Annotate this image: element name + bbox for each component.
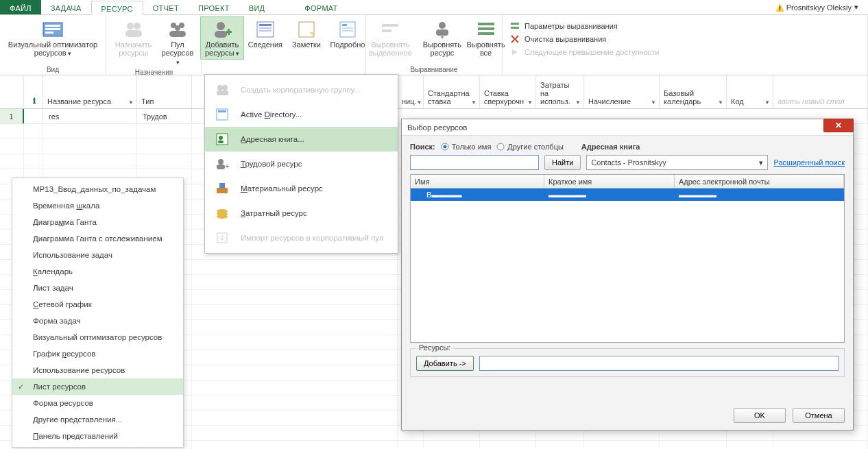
people-icon bbox=[123, 19, 145, 40]
svg-rect-24 bbox=[382, 24, 398, 27]
extended-search-link[interactable]: Расширенный поиск bbox=[773, 158, 845, 167]
view-item[interactable]: Сетевой график bbox=[12, 296, 183, 313]
level-all-icon bbox=[475, 19, 497, 40]
tab-report[interactable]: ОТЧЕТ bbox=[143, 0, 189, 14]
boxes-icon bbox=[213, 180, 231, 197]
menu-material-resource[interactable]: Материальный ресурс bbox=[205, 176, 398, 201]
col-costuse[interactable]: Затраты на использ.▼ bbox=[536, 75, 584, 108]
view-item-selected[interactable]: ✓Лист ресурсов bbox=[12, 378, 183, 395]
view-item[interactable]: Использование задач bbox=[12, 247, 183, 263]
svg-point-41 bbox=[218, 159, 224, 165]
svg-rect-6 bbox=[125, 30, 142, 37]
visual-optimizer-button[interactable]: Визуальный оптимизатор ресурсов bbox=[4, 16, 101, 60]
selected-resources-input[interactable] bbox=[479, 356, 839, 371]
view-item[interactable]: Лист задач bbox=[12, 280, 183, 296]
level-selection-button: Выровнять выделенное bbox=[362, 16, 418, 59]
tab-resource[interactable]: РЕСУРС bbox=[91, 1, 143, 15]
view-item[interactable]: График ресурсов bbox=[12, 345, 183, 362]
view-item[interactable]: Диаграмма Ганта с отслеживанием bbox=[12, 230, 183, 247]
th-name[interactable]: Имя bbox=[411, 175, 544, 188]
dialog-title: Выбор ресурсов bbox=[402, 119, 853, 136]
clear-icon bbox=[509, 34, 520, 45]
details-button[interactable]: Сведения bbox=[245, 16, 285, 51]
row-number[interactable]: 1 bbox=[0, 109, 24, 123]
svg-rect-45 bbox=[222, 188, 228, 193]
col-addnew[interactable]: авить новый стол bbox=[773, 75, 868, 108]
view-item[interactable]: Календарь bbox=[12, 263, 183, 280]
svg-rect-2 bbox=[45, 28, 60, 30]
col-stdrate[interactable]: Стандартна ставка▼ bbox=[424, 75, 480, 108]
menu-address-book[interactable]: Адресная книга... bbox=[205, 127, 398, 151]
view-item[interactable]: Визуальный оптимизатор ресурсов bbox=[12, 329, 183, 345]
results-body[interactable]: 👤 В▬▬▬▬ ▬▬▬▬▬ ▬▬▬▬▬ bbox=[411, 189, 844, 342]
col-accrual[interactable]: Начисление▼ bbox=[584, 75, 660, 108]
menu-active-directory[interactable]: Active Directory... bbox=[205, 102, 398, 127]
tab-task[interactable]: ЗАДАЧА bbox=[41, 0, 91, 14]
cell-name[interactable]: res bbox=[43, 109, 137, 123]
ribbon: Визуальный оптимизатор ресурсов Вид Назн… bbox=[0, 15, 868, 75]
tab-file[interactable]: ФАЙЛ bbox=[0, 0, 41, 14]
view-item[interactable]: Использование ресурсов bbox=[12, 362, 183, 378]
book-icon bbox=[213, 106, 231, 123]
svg-point-5 bbox=[134, 23, 141, 29]
col-type[interactable]: Тип bbox=[137, 75, 192, 108]
result-row[interactable]: 👤 В▬▬▬▬ ▬▬▬▬▬ ▬▬▬▬▬ bbox=[411, 189, 844, 201]
notes-button[interactable]: Заметки bbox=[287, 16, 326, 51]
level-selection-icon bbox=[379, 19, 401, 40]
svg-rect-17 bbox=[259, 27, 272, 29]
col-units[interactable]: ниц.▼ bbox=[398, 75, 424, 108]
view-item[interactable]: Форма ресурсов bbox=[12, 395, 183, 411]
menu-work-resource[interactable]: +Трудовой ресурс bbox=[205, 151, 398, 176]
tab-format[interactable]: ФОРМАТ bbox=[295, 0, 347, 14]
view-item[interactable]: Временная шкала bbox=[12, 197, 183, 214]
svg-rect-18 bbox=[259, 30, 272, 32]
view-item[interactable]: Форма задач bbox=[12, 313, 183, 329]
find-button[interactable]: Найти bbox=[544, 155, 581, 170]
resource-pool-button[interactable]: Пул ресурсов bbox=[158, 16, 197, 69]
leveling-options-button[interactable]: Параметры выравнивания bbox=[509, 21, 659, 32]
ok-button[interactable]: OK bbox=[734, 408, 786, 423]
th-email[interactable]: Адрес электронной почты bbox=[675, 175, 844, 188]
view-item[interactable]: Другие представления... bbox=[12, 411, 183, 428]
next-icon bbox=[509, 47, 520, 58]
user-label[interactable]: Prosnitskyy Oleksiy ▾ bbox=[775, 0, 868, 14]
tab-view[interactable]: ВИД bbox=[239, 0, 275, 14]
search-input[interactable] bbox=[410, 155, 539, 170]
cell-type[interactable]: Трудов bbox=[137, 109, 192, 123]
radio-only-name[interactable]: Только имя bbox=[441, 143, 492, 151]
svg-point-52 bbox=[443, 145, 446, 149]
svg-rect-3 bbox=[45, 32, 53, 34]
clear-leveling-button[interactable]: Очистка выравнивания bbox=[509, 34, 659, 45]
more-details-button[interactable]: Подробно bbox=[328, 16, 367, 51]
view-item[interactable]: Диаграмма Ганта bbox=[12, 214, 183, 230]
svg-rect-28 bbox=[478, 23, 494, 25]
col-basecal[interactable]: Базовый календарь▼ bbox=[660, 75, 727, 108]
level-resource-button[interactable]: Выровнять ресурс bbox=[420, 16, 464, 59]
th-short[interactable]: Краткое имя bbox=[544, 175, 675, 188]
team-planner-icon bbox=[42, 19, 64, 40]
view-item[interactable]: MP13_Ввод_данных_по_задачам bbox=[12, 181, 183, 197]
svg-rect-37 bbox=[218, 110, 226, 112]
col-name[interactable]: Название ресурса▼ bbox=[43, 75, 137, 108]
close-button[interactable]: ✕ bbox=[823, 119, 854, 132]
add-resources-button[interactable]: Добавить ресурсы bbox=[200, 16, 244, 60]
group-level-label: Выравнивание bbox=[411, 66, 458, 75]
svg-point-49 bbox=[217, 215, 228, 219]
radio-other-cols[interactable]: Другие столбцы bbox=[496, 143, 564, 151]
level-all-button[interactable]: Выровнять все bbox=[466, 16, 506, 59]
add-selected-button[interactable]: Добавить -> bbox=[416, 356, 474, 371]
col-info[interactable]: ℹ bbox=[24, 75, 43, 108]
cancel-button[interactable]: Отмена bbox=[793, 408, 845, 423]
person-plus-small-icon: + bbox=[213, 155, 231, 173]
view-item[interactable]: Панель представлений bbox=[12, 428, 183, 444]
tab-project[interactable]: ПРОЕКТ bbox=[189, 0, 239, 14]
warning-icon bbox=[775, 3, 784, 12]
address-book-select[interactable]: Contacts - Prosnitskyy▾ bbox=[586, 155, 768, 170]
col-code[interactable]: Код▼ bbox=[727, 75, 773, 108]
svg-rect-12 bbox=[215, 31, 227, 38]
menu-cost-resource[interactable]: Затратный ресурс bbox=[205, 201, 398, 226]
svg-point-34 bbox=[222, 85, 228, 90]
col-otrate[interactable]: Ставка сверхурочн▼ bbox=[480, 75, 536, 108]
row-info-cell[interactable] bbox=[24, 109, 43, 123]
svg-point-53 bbox=[497, 143, 504, 150]
